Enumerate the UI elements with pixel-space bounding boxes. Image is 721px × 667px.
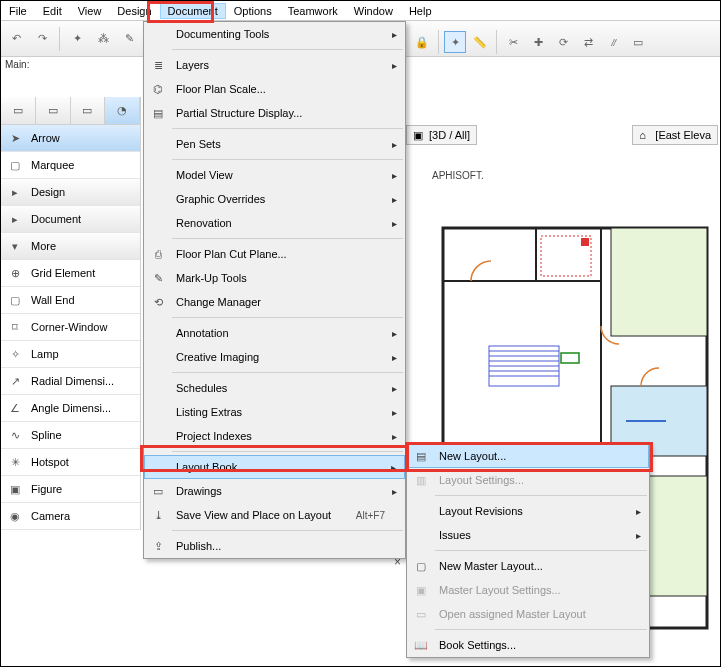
menu-item-save-view-and-place-on-layout[interactable]: ⤓Save View and Place on LayoutAlt+F7 [144, 503, 405, 527]
menu-item-label: Listing Extras [176, 406, 242, 418]
dropper-icon[interactable]: ✎ [118, 28, 140, 50]
separator [438, 30, 439, 54]
menu-item-renovation[interactable]: Renovation▸ [144, 211, 405, 235]
tool-figure[interactable]: ▣Figure [1, 476, 140, 503]
menu-item-pen-sets[interactable]: Pen Sets▸ [144, 132, 405, 156]
menu-edit[interactable]: Edit [35, 3, 70, 19]
viewtab-3d[interactable]: ▣[3D / All] [406, 125, 477, 145]
menu-item-listing-extras[interactable]: Listing Extras▸ [144, 400, 405, 424]
adjust-icon[interactable]: ✚ [527, 31, 549, 53]
submenu-item-label: New Layout... [439, 450, 506, 462]
menu-item-floor-plan-scale[interactable]: ⌬Floor Plan Scale... [144, 77, 405, 101]
menu-file[interactable]: File [1, 3, 35, 19]
tool-label: Figure [31, 483, 62, 495]
pick-icon[interactable]: ✦ [66, 28, 88, 50]
menu-item-layers[interactable]: ≣Layers▸ [144, 53, 405, 77]
menu-item-change-manager[interactable]: ⟲Change Manager [144, 290, 405, 314]
menu-options[interactable]: Options [226, 3, 280, 19]
ruler-icon[interactable]: 📏 [469, 31, 491, 53]
tool-group-document[interactable]: ▸Document [1, 206, 140, 233]
blank-icon [148, 191, 168, 207]
mirror-icon[interactable]: ⇄ [577, 31, 599, 53]
wand-icon[interactable]: ⁂ [92, 28, 114, 50]
menu-separator [172, 159, 403, 160]
document-dropdown: Documenting Tools▸≣Layers▸⌬Floor Plan Sc… [143, 21, 406, 559]
submenu-item-new-master-layout[interactable]: ▢New Master Layout... [407, 554, 649, 578]
menu-item-mark-up-tools[interactable]: ✎Mark-Up Tools [144, 266, 405, 290]
chevron-right-icon: ▸ [392, 352, 397, 363]
menu-view[interactable]: View [70, 3, 110, 19]
viewtab-label: [East Eleva [655, 129, 711, 141]
menu-item-floor-plan-cut-plane[interactable]: ⎙Floor Plan Cut Plane... [144, 242, 405, 266]
menu-item-label: Change Manager [176, 296, 261, 308]
blank-icon [148, 26, 168, 42]
menu-item-graphic-overrides[interactable]: Graphic Overrides▸ [144, 187, 405, 211]
menu-document[interactable]: Document [160, 3, 226, 19]
snap-icon[interactable]: ✦ [444, 31, 466, 53]
menu-design[interactable]: Design [109, 3, 159, 19]
mode-icon[interactable]: ▭ [36, 97, 71, 124]
menu-teamwork[interactable]: Teamwork [280, 3, 346, 19]
mode-icon[interactable]: ▭ [71, 97, 106, 124]
split-icon[interactable]: ⫽ [602, 31, 624, 53]
chevron-right-icon: ▸ [392, 60, 397, 71]
mode-icon[interactable]: ▭ [1, 97, 36, 124]
tool-group-label: Design [31, 186, 65, 198]
redo-icon[interactable]: ↷ [31, 28, 53, 50]
menu-separator [172, 317, 403, 318]
tool-label: Angle Dimensi... [31, 402, 111, 414]
menu-item-project-indexes[interactable]: Project Indexes▸ [144, 424, 405, 448]
menu-item-label: Partial Structure Display... [176, 107, 302, 119]
tool-hotspot[interactable]: ✳Hotspot [1, 449, 140, 476]
saveview-icon: ⤓ [148, 507, 168, 523]
tool-marquee[interactable]: ▢Marquee [1, 152, 140, 179]
tool-corner-window[interactable]: ⌑Corner-Window [1, 314, 140, 341]
viewtab-east-elev[interactable]: ⌂[East Eleva [632, 125, 718, 145]
tool-camera[interactable]: ◉Camera [1, 503, 140, 530]
menu-item-documenting-tools[interactable]: Documenting Tools▸ [144, 22, 405, 46]
menu-item-schedules[interactable]: Schedules▸ [144, 376, 405, 400]
menu-item-model-view[interactable]: Model View▸ [144, 163, 405, 187]
menu-window[interactable]: Window [346, 3, 401, 19]
menu-item-drawings[interactable]: ▭Drawings▸ [144, 479, 405, 503]
undo-icon[interactable]: ↶ [5, 28, 27, 50]
submenu-item-label: New Master Layout... [439, 560, 543, 572]
tool-lamp[interactable]: ✧Lamp [1, 341, 140, 368]
tool-arrow[interactable]: ➤Arrow [1, 125, 140, 152]
masterset-icon: ▣ [411, 582, 431, 598]
blank-icon [148, 136, 168, 152]
tool-grid-element[interactable]: ⊕Grid Element [1, 260, 140, 287]
lock-icon[interactable]: 🔒 [411, 31, 433, 53]
hotspot-icon: ✳ [7, 454, 23, 470]
tool-spline[interactable]: ∿Spline [1, 422, 140, 449]
submenu-item-issues[interactable]: Issues▸ [407, 523, 649, 547]
mode-icon[interactable]: ◔ [105, 97, 140, 124]
view-tabs: ▣[3D / All] ⌂[East Eleva [406, 125, 718, 145]
chevron-right-icon: ▸ [7, 184, 23, 200]
tool-group-more[interactable]: ▾More [1, 233, 140, 260]
rotate-icon[interactable]: ⟳ [552, 31, 574, 53]
layout-book-submenu: ▤New Layout...▥Layout Settings...Layout … [406, 443, 650, 658]
tool-label: Radial Dimensi... [31, 375, 114, 387]
submenu-item-layout-revisions[interactable]: Layout Revisions▸ [407, 499, 649, 523]
tool-wall-end[interactable]: ▢Wall End [1, 287, 140, 314]
cut-icon[interactable]: ✂ [502, 31, 524, 53]
menu-item-label: Creative Imaging [176, 351, 259, 363]
chevron-right-icon: ▸ [636, 530, 641, 541]
tool-group-design[interactable]: ▸Design [1, 179, 140, 206]
submenu-item-book-settings[interactable]: 📖Book Settings... [407, 633, 649, 657]
menu-item-layout-book[interactable]: Layout Book▸ [144, 455, 405, 479]
menu-item-creative-imaging[interactable]: Creative Imaging▸ [144, 345, 405, 369]
partial-icon: ▤ [148, 105, 168, 121]
menu-help[interactable]: Help [401, 3, 440, 19]
chevron-right-icon: ▸ [7, 211, 23, 227]
submenu-item-new-layout[interactable]: ▤New Layout... [407, 444, 649, 468]
menu-item-partial-structure-display[interactable]: ▤Partial Structure Display... [144, 101, 405, 125]
tool-radial-dim[interactable]: ↗Radial Dimensi... [1, 368, 140, 395]
tool-angle-dim[interactable]: ∠Angle Dimensi... [1, 395, 140, 422]
tool-group-label: More [31, 240, 56, 252]
menu-item-annotation[interactable]: Annotation▸ [144, 321, 405, 345]
svg-rect-16 [581, 238, 589, 246]
menu-item-publish[interactable]: ⇪Publish... [144, 534, 405, 558]
align-icon[interactable]: ▭ [627, 31, 649, 53]
